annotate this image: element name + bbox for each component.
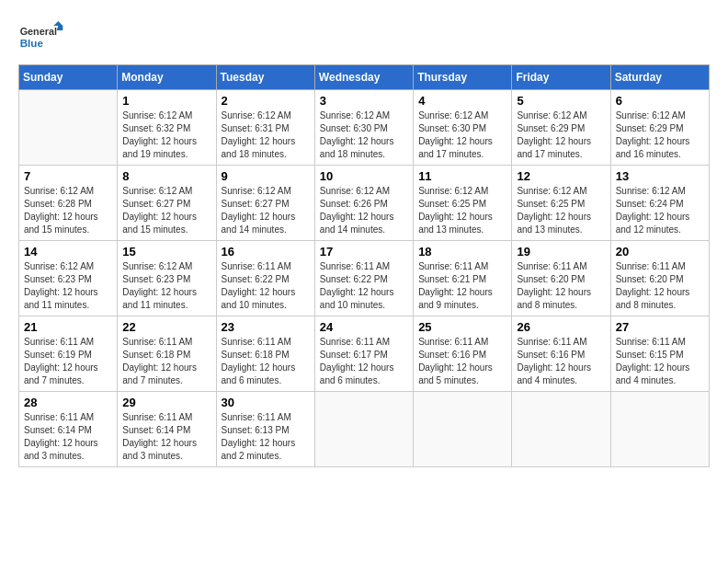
day-info: Sunrise: 6:11 AMSunset: 6:18 PMDaylight:…	[222, 336, 310, 387]
calendar-cell: 25Sunrise: 6:11 AMSunset: 6:16 PMDayligh…	[414, 316, 512, 392]
day-number: 27	[616, 320, 704, 334]
day-number: 1	[122, 94, 210, 108]
calendar-cell: 19Sunrise: 6:11 AMSunset: 6:20 PMDayligh…	[512, 241, 610, 316]
day-info: Sunrise: 6:12 AMSunset: 6:31 PMDaylight:…	[222, 109, 310, 161]
day-number: 23	[222, 320, 310, 334]
day-info: Sunrise: 6:11 AMSunset: 6:14 PMDaylight:…	[122, 411, 210, 463]
day-info: Sunrise: 6:12 AMSunset: 6:23 PMDaylight:…	[24, 260, 112, 312]
calendar-cell: 1Sunrise: 6:12 AMSunset: 6:32 PMDaylight…	[118, 90, 216, 166]
calendar-cell: 20Sunrise: 6:11 AMSunset: 6:20 PMDayligh…	[610, 241, 709, 316]
day-number: 24	[320, 320, 408, 334]
day-number: 17	[320, 245, 408, 259]
calendar-cell: 4Sunrise: 6:12 AMSunset: 6:30 PMDaylight…	[414, 90, 512, 166]
day-number: 2	[222, 94, 310, 108]
day-number: 16	[222, 245, 310, 259]
day-info: Sunrise: 6:11 AMSunset: 6:21 PMDaylight:…	[418, 260, 506, 312]
calendar-cell: 2Sunrise: 6:12 AMSunset: 6:31 PMDaylight…	[216, 90, 314, 166]
calendar-cell: 27Sunrise: 6:11 AMSunset: 6:15 PMDayligh…	[610, 316, 709, 392]
calendar-cell: 26Sunrise: 6:11 AMSunset: 6:16 PMDayligh…	[512, 316, 610, 392]
svg-text:Blue: Blue	[20, 37, 44, 49]
calendar-cell: 3Sunrise: 6:12 AMSunset: 6:30 PMDaylight…	[314, 90, 413, 166]
day-info: Sunrise: 6:12 AMSunset: 6:25 PMDaylight:…	[517, 185, 605, 236]
day-info: Sunrise: 6:11 AMSunset: 6:22 PMDaylight:…	[320, 260, 408, 312]
day-info: Sunrise: 6:12 AMSunset: 6:27 PMDaylight:…	[122, 185, 210, 236]
weekday-header: Monday	[118, 65, 216, 90]
day-number: 9	[222, 169, 310, 183]
calendar-cell: 17Sunrise: 6:11 AMSunset: 6:22 PMDayligh…	[314, 241, 413, 316]
day-info: Sunrise: 6:12 AMSunset: 6:26 PMDaylight:…	[320, 185, 408, 236]
svg-marker-3	[57, 26, 63, 30]
day-number: 4	[418, 94, 506, 108]
day-info: Sunrise: 6:11 AMSunset: 6:17 PMDaylight:…	[320, 336, 408, 387]
logo-icon: General Blue	[18, 18, 64, 55]
day-info: Sunrise: 6:11 AMSunset: 6:18 PMDaylight:…	[122, 336, 210, 387]
calendar-cell: 21Sunrise: 6:11 AMSunset: 6:19 PMDayligh…	[19, 316, 118, 392]
day-number: 6	[616, 94, 704, 108]
day-info: Sunrise: 6:11 AMSunset: 6:14 PMDaylight:…	[24, 411, 112, 463]
day-info: Sunrise: 6:11 AMSunset: 6:20 PMDaylight:…	[517, 260, 605, 312]
calendar-cell: 22Sunrise: 6:11 AMSunset: 6:18 PMDayligh…	[118, 316, 216, 392]
calendar-cell	[610, 392, 709, 467]
day-number: 14	[24, 245, 112, 259]
calendar-cell: 12Sunrise: 6:12 AMSunset: 6:25 PMDayligh…	[512, 166, 610, 241]
calendar-week-row: 21Sunrise: 6:11 AMSunset: 6:19 PMDayligh…	[19, 316, 710, 392]
day-number: 18	[418, 245, 506, 259]
weekday-header: Friday	[512, 65, 610, 90]
day-info: Sunrise: 6:12 AMSunset: 6:28 PMDaylight:…	[24, 185, 112, 236]
calendar-cell: 16Sunrise: 6:11 AMSunset: 6:22 PMDayligh…	[216, 241, 314, 316]
calendar-body: 1Sunrise: 6:12 AMSunset: 6:32 PMDaylight…	[19, 90, 710, 467]
day-number: 30	[222, 396, 310, 409]
calendar-cell: 15Sunrise: 6:12 AMSunset: 6:23 PMDayligh…	[118, 241, 216, 316]
calendar-cell	[414, 392, 512, 467]
calendar-header: SundayMondayTuesdayWednesdayThursdayFrid…	[19, 65, 710, 90]
day-number: 12	[517, 169, 605, 183]
calendar-cell: 23Sunrise: 6:11 AMSunset: 6:18 PMDayligh…	[216, 316, 314, 392]
calendar-cell: 6Sunrise: 6:12 AMSunset: 6:29 PMDaylight…	[610, 90, 709, 166]
day-number: 3	[320, 94, 408, 108]
weekday-header: Saturday	[610, 65, 709, 90]
weekday-header-row: SundayMondayTuesdayWednesdayThursdayFrid…	[19, 65, 710, 90]
day-info: Sunrise: 6:11 AMSunset: 6:15 PMDaylight:…	[616, 336, 704, 387]
calendar-cell: 24Sunrise: 6:11 AMSunset: 6:17 PMDayligh…	[314, 316, 413, 392]
day-number: 29	[122, 396, 210, 409]
calendar-week-row: 1Sunrise: 6:12 AMSunset: 6:32 PMDaylight…	[19, 90, 710, 166]
calendar-cell: 5Sunrise: 6:12 AMSunset: 6:29 PMDaylight…	[512, 90, 610, 166]
day-info: Sunrise: 6:11 AMSunset: 6:16 PMDaylight:…	[517, 336, 605, 387]
svg-marker-2	[53, 21, 63, 26]
day-info: Sunrise: 6:12 AMSunset: 6:32 PMDaylight:…	[122, 109, 210, 161]
day-info: Sunrise: 6:12 AMSunset: 6:29 PMDaylight:…	[517, 109, 605, 161]
day-info: Sunrise: 6:11 AMSunset: 6:22 PMDaylight:…	[222, 260, 310, 312]
day-number: 19	[517, 245, 605, 259]
calendar-cell: 7Sunrise: 6:12 AMSunset: 6:28 PMDaylight…	[19, 166, 118, 241]
day-number: 10	[320, 169, 408, 183]
svg-text:General: General	[20, 26, 57, 37]
day-number: 26	[517, 320, 605, 334]
day-info: Sunrise: 6:11 AMSunset: 6:16 PMDaylight:…	[418, 336, 506, 387]
page-header: General Blue	[18, 18, 710, 55]
calendar-week-row: 7Sunrise: 6:12 AMSunset: 6:28 PMDaylight…	[19, 166, 710, 241]
day-info: Sunrise: 6:11 AMSunset: 6:13 PMDaylight:…	[222, 411, 310, 463]
day-number: 7	[24, 169, 112, 183]
day-number: 20	[616, 245, 704, 259]
calendar-cell: 11Sunrise: 6:12 AMSunset: 6:25 PMDayligh…	[414, 166, 512, 241]
day-number: 5	[517, 94, 605, 108]
calendar-cell: 30Sunrise: 6:11 AMSunset: 6:13 PMDayligh…	[216, 392, 314, 467]
day-number: 21	[24, 320, 112, 334]
day-number: 8	[122, 169, 210, 183]
calendar-cell: 18Sunrise: 6:11 AMSunset: 6:21 PMDayligh…	[414, 241, 512, 316]
calendar-week-row: 28Sunrise: 6:11 AMSunset: 6:14 PMDayligh…	[19, 392, 710, 467]
calendar-cell	[512, 392, 610, 467]
calendar-cell	[314, 392, 413, 467]
day-number: 25	[418, 320, 506, 334]
day-info: Sunrise: 6:12 AMSunset: 6:27 PMDaylight:…	[222, 185, 310, 236]
calendar-cell: 9Sunrise: 6:12 AMSunset: 6:27 PMDaylight…	[216, 166, 314, 241]
day-info: Sunrise: 6:12 AMSunset: 6:24 PMDaylight:…	[616, 185, 704, 236]
day-info: Sunrise: 6:12 AMSunset: 6:25 PMDaylight:…	[418, 185, 506, 236]
day-number: 13	[616, 169, 704, 183]
day-info: Sunrise: 6:12 AMSunset: 6:23 PMDaylight:…	[122, 260, 210, 312]
calendar-cell: 29Sunrise: 6:11 AMSunset: 6:14 PMDayligh…	[118, 392, 216, 467]
day-info: Sunrise: 6:11 AMSunset: 6:20 PMDaylight:…	[616, 260, 704, 312]
day-info: Sunrise: 6:12 AMSunset: 6:30 PMDaylight:…	[320, 109, 408, 161]
day-info: Sunrise: 6:12 AMSunset: 6:29 PMDaylight:…	[616, 109, 704, 161]
day-number: 15	[122, 245, 210, 259]
